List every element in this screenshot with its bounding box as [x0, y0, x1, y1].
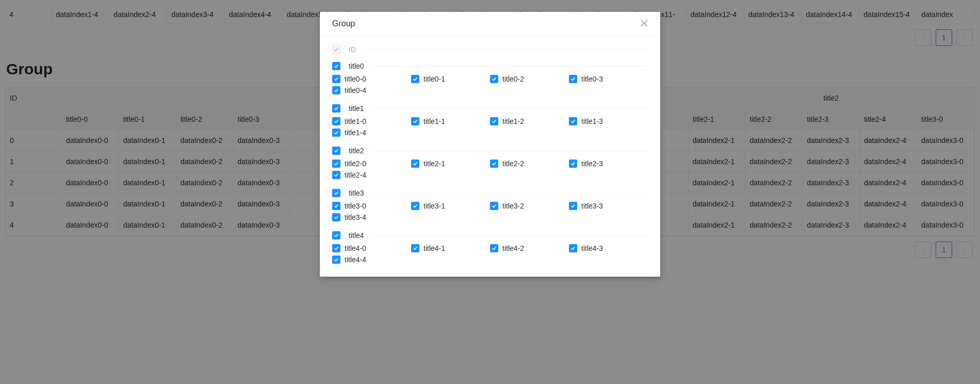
- divider: [372, 235, 648, 236]
- checkbox-item[interactable]: title1-3: [569, 117, 648, 125]
- checkbox[interactable]: [490, 159, 498, 168]
- checkbox-group[interactable]: [332, 231, 340, 239]
- checkbox[interactable]: [332, 117, 340, 125]
- checkbox-item[interactable]: title4-3: [569, 244, 648, 252]
- checkbox-id: [332, 45, 340, 54]
- checkbox[interactable]: [490, 75, 498, 83]
- checkbox-item[interactable]: title4-4: [332, 255, 411, 264]
- checkbox-label: title4-0: [345, 244, 366, 252]
- checkbox-item[interactable]: title2-2: [490, 159, 569, 168]
- divider: [372, 108, 648, 109]
- checkbox-item[interactable]: title3-0: [332, 202, 411, 210]
- checkbox[interactable]: [490, 202, 498, 210]
- checkbox-group[interactable]: [332, 189, 340, 197]
- checkbox-group-label: title0: [349, 62, 364, 70]
- checkbox-item[interactable]: title0-1: [411, 75, 490, 83]
- checkbox[interactable]: [332, 255, 340, 264]
- modal-close-button[interactable]: [641, 20, 648, 28]
- checkbox-item[interactable]: title4-0: [332, 244, 411, 252]
- checkbox-label: title2-4: [345, 171, 366, 179]
- checkbox-group-label: title1: [349, 104, 364, 113]
- checkbox-label: title3-4: [345, 213, 366, 221]
- checkbox[interactable]: [569, 75, 577, 83]
- checkbox-item[interactable]: title3-1: [411, 202, 490, 210]
- checkbox-item[interactable]: title2-0: [332, 159, 411, 168]
- checkbox-item[interactable]: title1-0: [332, 117, 411, 125]
- checkbox[interactable]: [332, 171, 340, 179]
- checkbox[interactable]: [569, 117, 577, 125]
- divider: [372, 66, 648, 67]
- checkbox-item[interactable]: title1-1: [411, 117, 490, 125]
- checkbox[interactable]: [411, 159, 419, 168]
- checkbox-label: title3-3: [581, 202, 603, 210]
- checkbox-label: title0-1: [423, 75, 445, 83]
- checkbox-label: title1-2: [502, 117, 524, 125]
- checkbox[interactable]: [569, 159, 577, 168]
- checkbox[interactable]: [490, 244, 498, 252]
- close-icon: [641, 20, 648, 27]
- checkbox-label: title2-1: [423, 159, 445, 168]
- checkbox[interactable]: [332, 202, 340, 210]
- checkbox-group-label: title4: [349, 231, 364, 239]
- checkbox-label: title0-3: [581, 75, 603, 83]
- divider: [372, 151, 648, 151]
- checkbox[interactable]: [411, 117, 419, 125]
- checkbox-item[interactable]: title2-1: [411, 159, 490, 168]
- checkbox-item[interactable]: title3-2: [490, 202, 569, 210]
- checkbox-item[interactable]: title1-2: [490, 117, 569, 125]
- checkbox-label: title3-2: [502, 202, 524, 210]
- group-modal: Group ID title0title0-0title0-1title0-2t…: [320, 12, 660, 277]
- checkbox-label: title1-3: [581, 117, 603, 125]
- checkbox[interactable]: [332, 86, 340, 94]
- checkbox-label: title0-2: [502, 75, 524, 83]
- checkbox[interactable]: [569, 244, 577, 252]
- checkbox-label: title2-3: [581, 159, 603, 168]
- checkbox-label: title4-1: [423, 244, 445, 252]
- checkbox-item[interactable]: title1-4: [332, 129, 411, 137]
- checkbox-label: title0-0: [345, 75, 366, 83]
- checkbox-group[interactable]: [332, 104, 340, 113]
- checkbox[interactable]: [490, 117, 498, 125]
- checkbox[interactable]: [332, 159, 340, 168]
- checkbox-id-label: ID: [349, 45, 356, 54]
- divider: [364, 50, 648, 50]
- checkbox-item[interactable]: title4-1: [411, 244, 490, 252]
- checkbox-item[interactable]: title0-3: [569, 75, 648, 83]
- checkbox-group-label: title3: [349, 189, 364, 197]
- checkbox[interactable]: [411, 202, 419, 210]
- checkbox[interactable]: [411, 244, 419, 252]
- modal-title: Group: [332, 19, 355, 28]
- checkbox-item[interactable]: title3-4: [332, 213, 411, 221]
- checkbox-item[interactable]: title2-3: [569, 159, 648, 168]
- checkbox[interactable]: [332, 244, 340, 252]
- checkbox-label: title2-0: [345, 159, 366, 168]
- checkbox-item[interactable]: title4-2: [490, 244, 569, 252]
- checkbox-item[interactable]: title3-3: [569, 202, 648, 210]
- checkbox-label: title3-0: [345, 202, 366, 210]
- checkbox-label: title4-2: [502, 244, 524, 252]
- checkbox[interactable]: [411, 75, 419, 83]
- checkbox-label: title2-2: [502, 159, 524, 168]
- checkbox-label: title3-1: [423, 202, 445, 210]
- divider: [372, 193, 648, 194]
- checkbox-group-label: title2: [349, 147, 364, 155]
- checkbox-item[interactable]: title2-4: [332, 171, 411, 179]
- checkbox[interactable]: [332, 75, 340, 83]
- checkbox[interactable]: [569, 202, 577, 210]
- checkbox-label: title1-0: [345, 117, 366, 125]
- checkbox-group[interactable]: [332, 62, 340, 70]
- checkbox-item[interactable]: title0-2: [490, 75, 569, 83]
- checkbox-item[interactable]: title0-0: [332, 75, 411, 83]
- checkbox-label: title4-4: [345, 255, 366, 264]
- checkbox-label: title1-4: [345, 129, 366, 137]
- checkbox[interactable]: [332, 129, 340, 137]
- checkbox-label: title4-3: [581, 244, 603, 252]
- checkbox-label: title0-4: [345, 86, 366, 94]
- checkbox-item[interactable]: title0-4: [332, 86, 411, 94]
- checkbox-label: title1-1: [423, 117, 445, 125]
- checkbox[interactable]: [332, 213, 340, 221]
- checkbox-group[interactable]: [332, 147, 340, 155]
